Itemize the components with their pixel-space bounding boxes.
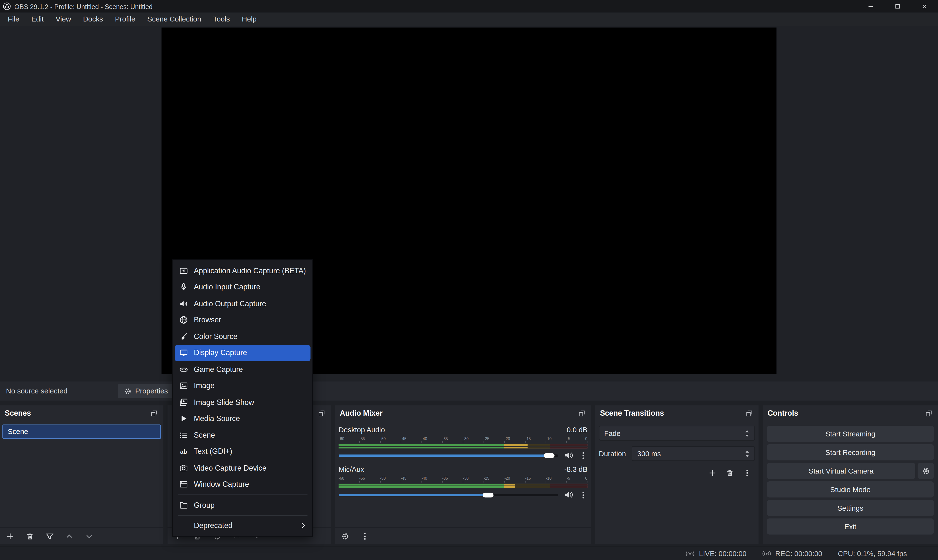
menu-item-audio-output-capture[interactable]: Audio Output Capture — [175, 295, 311, 312]
duration-spinbox[interactable]: 300 ms — [632, 446, 755, 461]
menu-item-text-gdi[interactable]: ab Text (GDI+) — [175, 443, 311, 460]
start-streaming-button[interactable]: Start Streaming — [767, 426, 934, 442]
live-indicator-icon — [686, 550, 695, 557]
live-time: LIVE: 00:00:00 — [699, 549, 747, 558]
volume-slider[interactable] — [339, 491, 558, 499]
preview-area — [0, 26, 938, 382]
obs-window: OBS 29.1.2 - Profile: Untitled - Scenes:… — [0, 0, 938, 560]
gamepad-icon — [179, 365, 188, 374]
paint-brush-icon — [179, 332, 188, 341]
app-audio-capture-icon — [179, 266, 188, 275]
channel-volume-db: -8.3 dB — [564, 465, 588, 474]
combo-arrows-icon[interactable] — [745, 429, 750, 437]
move-scene-down-button[interactable] — [85, 532, 93, 540]
meter-scale: -60-55-50-45-40-35-30-25-20-15-10-50 — [339, 475, 588, 481]
channel-volume-db: 0.0 dB — [567, 426, 587, 434]
menu-item-game-capture[interactable]: Game Capture — [175, 361, 311, 378]
menu-edit[interactable]: Edit — [25, 13, 50, 25]
no-source-label: No source selected — [6, 387, 68, 395]
popout-icon[interactable] — [317, 409, 326, 418]
channel-menu-button[interactable] — [579, 491, 587, 499]
popout-icon[interactable] — [578, 409, 587, 418]
volume-meter-right — [339, 447, 588, 448]
menu-scene-collection[interactable]: Scene Collection — [141, 13, 207, 25]
move-scene-up-button[interactable] — [65, 532, 74, 540]
menu-file[interactable]: File — [2, 13, 25, 25]
settings-button[interactable]: Settings — [767, 500, 934, 516]
window-title: OBS 29.1.2 - Profile: Untitled - Scenes:… — [14, 3, 153, 10]
menu-view[interactable]: View — [49, 13, 77, 25]
speaker-icon — [179, 299, 188, 308]
start-virtual-camera-button[interactable]: Start Virtual Camera — [767, 463, 915, 479]
transition-selected-value: Fade — [604, 429, 621, 437]
popout-icon[interactable] — [745, 409, 754, 418]
properties-button[interactable]: Properties — [118, 384, 174, 398]
add-source-menu: Application Audio Capture (BETA) Audio I… — [172, 260, 313, 537]
scene-filters-button[interactable] — [45, 532, 54, 540]
popout-icon[interactable] — [924, 409, 933, 418]
volume-meter-left — [339, 444, 588, 446]
studio-mode-button[interactable]: Studio Mode — [767, 482, 934, 497]
audio-mixer-dock: Audio Mixer Desktop Audio 0.0 dB -60-55-… — [335, 405, 591, 544]
virtual-camera-config-button[interactable] — [918, 463, 934, 479]
menu-help[interactable]: Help — [236, 13, 262, 25]
menu-item-media-source[interactable]: Media Source — [175, 411, 311, 427]
scene-list-item[interactable]: Scene — [2, 425, 161, 439]
remove-transition-button[interactable] — [725, 469, 734, 477]
rec-indicator-icon — [762, 550, 771, 557]
transition-menu-button[interactable] — [743, 469, 751, 477]
menu-tools[interactable]: Tools — [207, 13, 236, 25]
rec-time: REC: 00:00:00 — [775, 549, 822, 558]
popout-icon[interactable] — [149, 409, 159, 418]
volume-slider-handle[interactable] — [544, 453, 554, 458]
minimize-button[interactable] — [857, 0, 884, 12]
spinbox-arrows-icon[interactable] — [745, 449, 750, 458]
maximize-button[interactable] — [884, 0, 911, 12]
menu-item-deprecated[interactable]: Deprecated — [175, 517, 311, 534]
add-transition-button[interactable] — [709, 469, 717, 477]
start-recording-button[interactable]: Start Recording — [767, 444, 934, 460]
volume-slider-handle[interactable] — [482, 492, 493, 497]
menu-item-scene[interactable]: Scene — [175, 427, 311, 443]
controls-title: Controls — [767, 409, 798, 417]
menu-item-browser[interactable]: Browser — [175, 312, 311, 328]
advanced-audio-button[interactable] — [341, 532, 350, 540]
display-capture-icon — [179, 348, 188, 358]
mute-button[interactable] — [564, 451, 573, 460]
exit-button[interactable]: Exit — [767, 518, 934, 535]
menu-item-display-capture[interactable]: Display Capture — [175, 345, 311, 361]
mixer-channel-desktop-audio: Desktop Audio 0.0 dB -60-55-50-45-40-35-… — [339, 426, 588, 460]
transition-select[interactable]: Fade — [599, 426, 755, 441]
menu-separator — [178, 495, 307, 495]
cpu-fps-stats: CPU: 0.1%, 59.94 fps — [838, 549, 907, 558]
camera-icon — [179, 463, 188, 473]
titlebar: OBS 29.1.2 - Profile: Untitled - Scenes:… — [0, 0, 938, 12]
mute-button[interactable] — [564, 491, 573, 499]
properties-label: Properties — [135, 387, 168, 395]
add-scene-button[interactable] — [6, 532, 14, 540]
controls-dock: Controls Start Streaming Start Recording… — [763, 405, 938, 544]
menu-item-video-capture-device[interactable]: Video Capture Device — [175, 460, 311, 476]
volume-meter-left — [339, 484, 588, 486]
meter-ticks — [339, 481, 588, 482]
menu-item-image[interactable]: Image — [175, 378, 311, 394]
close-button[interactable] — [911, 0, 938, 12]
volume-meter-right — [339, 486, 588, 488]
volume-slider[interactable] — [339, 451, 558, 459]
menu-item-audio-input-capture[interactable]: Audio Input Capture — [175, 279, 311, 295]
menu-item-application-audio-capture[interactable]: Application Audio Capture (BETA) — [175, 263, 311, 279]
mixer-channel-mic-aux: Mic/Aux -8.3 dB -60-55-50-45-40-35-30-25… — [339, 465, 588, 499]
menu-item-window-capture[interactable]: Window Capture — [175, 476, 311, 492]
empty-icon-spacer — [179, 521, 188, 531]
channel-name: Desktop Audio — [339, 426, 385, 434]
menu-docks[interactable]: Docks — [77, 13, 109, 25]
menu-item-image-slide-show[interactable]: Image Slide Show — [175, 394, 311, 410]
menu-separator — [178, 515, 307, 515]
mixer-menu-button[interactable] — [360, 532, 369, 540]
menu-item-color-source[interactable]: Color Source — [175, 328, 311, 345]
channel-menu-button[interactable] — [579, 451, 587, 459]
menu-item-group[interactable]: Group — [175, 497, 311, 513]
remove-scene-button[interactable] — [26, 532, 34, 540]
audio-mixer-title: Audio Mixer — [340, 409, 383, 417]
menu-profile[interactable]: Profile — [109, 13, 141, 25]
